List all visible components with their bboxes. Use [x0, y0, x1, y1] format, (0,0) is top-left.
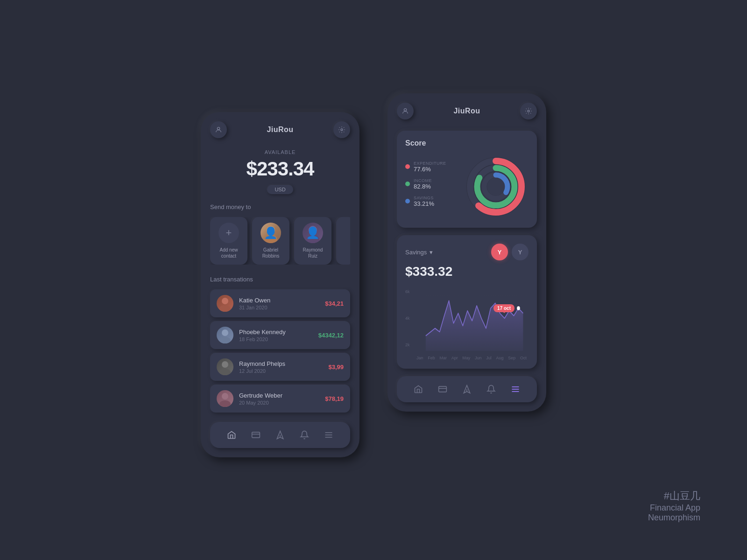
x-feb: Feb [428, 356, 435, 360]
txn-raymond-p[interactable]: Raymond Phelps 12 Jul 2020 $3,99 [210, 353, 350, 381]
nav-home-left[interactable] [225, 428, 238, 441]
nav-card-right[interactable] [436, 383, 449, 396]
phone-left: JiuRou Available $233.34 USD Send money … [201, 112, 359, 457]
chart-x-labels: Jan Feb Mar Apr May Jun Jul Aug Sep Oct [405, 356, 529, 360]
income-value: 82.8% [414, 183, 432, 190]
nav-send-left[interactable] [274, 428, 287, 441]
legend-savings: SAVINGS 33.21% [405, 196, 456, 207]
svg-point-3 [264, 235, 277, 243]
svg-point-8 [222, 329, 228, 336]
phones-container: JiuRou Available $233.34 USD Send money … [201, 103, 546, 457]
nav-menu-right[interactable] [509, 383, 522, 396]
add-contact-card[interactable]: + Add newcontact [210, 217, 247, 265]
phone-right: JiuRou Score EXPENDITURE 77.6% [388, 93, 546, 412]
y-label-6k: 6k [405, 289, 410, 294]
svg-point-10 [222, 361, 228, 368]
nav-card-left[interactable] [249, 428, 262, 441]
x-jan: Jan [416, 356, 423, 360]
branding: #山豆几 Financial App Neumorphism [648, 489, 700, 523]
txn-gertrude-amount: $78,19 [325, 395, 344, 402]
balance-section: Available $233.34 USD [210, 149, 350, 194]
branding-chinese: #山豆几 [648, 489, 700, 503]
phone-right-header: JiuRou [397, 103, 537, 119]
savings-avatar-y2[interactable]: Y [512, 244, 529, 260]
legend-income: INCOME 82.8% [405, 178, 456, 190]
nav-bell-left[interactable] [298, 428, 311, 441]
currency-badge[interactable]: USD [267, 185, 293, 194]
nav-home-right[interactable] [412, 383, 425, 396]
txn-phoebe-avatar [217, 327, 233, 343]
svg-point-35 [517, 306, 520, 310]
income-dot [405, 182, 410, 186]
raymond-ruiz-name: RaymondRuiz [303, 247, 323, 259]
nav-bell-right[interactable] [485, 383, 498, 396]
txn-raymond-p-amount: $3,99 [328, 364, 344, 371]
txn-phoebe-info: Phoebe Kennedy 18 Feb 2020 [239, 329, 313, 342]
txn-raymond-p-avatar [217, 358, 233, 375]
txn-katie[interactable]: Katie Owen 31 Jan 2020 $34,21 [210, 289, 350, 317]
balance-label: Available [210, 149, 350, 155]
txn-phoebe[interactable]: Phoebe Kennedy 18 Feb 2020 $4342,12 [210, 321, 350, 349]
txn-katie-amount: $34,21 [325, 300, 344, 307]
phone-right-title: JiuRou [453, 107, 480, 115]
svg-point-22 [528, 110, 529, 112]
x-apr: Apr [451, 356, 458, 360]
svg-rect-14 [252, 432, 260, 438]
y-label-4k: 4k [405, 316, 410, 321]
txn-phoebe-name: Phoebe Kennedy [239, 329, 313, 336]
add-contact-name: Add newcontact [220, 247, 238, 259]
bottom-nav-right [397, 376, 537, 402]
savings-dropdown[interactable]: Savings ▾ [405, 249, 433, 256]
txn-phoebe-date: 18 Feb 2020 [239, 336, 313, 342]
branding-line2: Neumorphism [648, 513, 700, 523]
settings-button-left[interactable] [333, 121, 350, 138]
savings-label: SAVINGS [414, 196, 434, 200]
expenditure-label: EXPENDITURE [414, 161, 446, 166]
txn-gertrude[interactable]: Gertrude Weber 20 May 2020 $78,19 [210, 385, 350, 413]
chart-svg [405, 286, 529, 351]
profile-button-right[interactable] [397, 103, 414, 119]
expenditure-dot [405, 164, 410, 169]
phone-left-title: JiuRou [267, 126, 293, 134]
savings-header: Savings ▾ Y Y [405, 244, 529, 260]
income-text: INCOME 82.8% [414, 178, 432, 190]
svg-point-21 [404, 109, 406, 111]
savings-avatar-y1[interactable]: Y [491, 244, 508, 260]
savings-dot [405, 199, 410, 203]
y-label-2k: 2k [405, 343, 410, 347]
x-jun: Jun [475, 356, 482, 360]
legend-expenditure: EXPENDITURE 77.6% [405, 161, 456, 173]
nav-menu-left[interactable] [322, 428, 335, 441]
contact-gabriel[interactable]: GabrielRobbins [252, 217, 289, 265]
nav-send-right[interactable] [460, 383, 473, 396]
svg-point-1 [341, 129, 343, 131]
chart-y-labels: 6k 4k 2k [405, 286, 410, 351]
chevron-down-icon: ▾ [430, 249, 433, 256]
contact-raymond-ruiz[interactable]: RaymondRuiz [294, 217, 331, 265]
savings-section: Savings ▾ Y Y $333.32 6k 4k 2k [397, 235, 537, 369]
txn-katie-avatar [217, 295, 233, 312]
gabriel-avatar [261, 223, 281, 243]
x-oct: Oct [520, 356, 527, 360]
raymond-ruiz-avatar [303, 223, 323, 243]
savings-value: 33.21% [414, 200, 434, 207]
svg-point-13 [219, 400, 231, 407]
bottom-nav-left [210, 422, 350, 448]
svg-point-7 [219, 305, 231, 312]
svg-point-11 [219, 369, 231, 375]
profile-button-left[interactable] [210, 121, 227, 138]
donut-chart [463, 154, 529, 219]
svg-point-0 [217, 127, 219, 130]
x-may: May [462, 356, 470, 360]
txn-katie-date: 31 Jan 2020 [239, 305, 319, 310]
contact-stub [336, 217, 350, 265]
expenditure-text: EXPENDITURE 77.6% [414, 161, 446, 173]
score-section: Score EXPENDITURE 77.6% INCOME [397, 131, 537, 228]
svg-point-2 [267, 226, 275, 234]
transactions-label: Last transations [210, 276, 350, 283]
savings-dropdown-label: Savings [405, 249, 427, 256]
chart-tooltip: 17 oct [493, 304, 514, 312]
balance-amount: $233.34 [210, 158, 350, 180]
x-sep: Sep [508, 356, 515, 360]
settings-button-right[interactable] [520, 103, 537, 119]
